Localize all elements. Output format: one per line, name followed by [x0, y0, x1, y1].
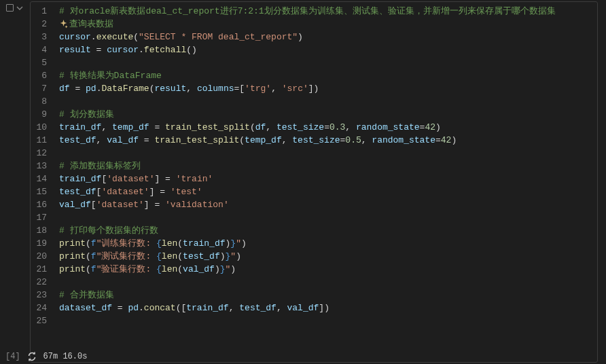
- line-number: 22: [31, 276, 47, 289]
- line-number: 14: [31, 172, 47, 185]
- code-line[interactable]: result = cursor.fetchall(): [59, 43, 597, 56]
- stop-cell-icon[interactable]: [6, 4, 14, 12]
- cell-status-bar: [4] 67m 16.0s: [0, 349, 606, 364]
- line-number: 9: [31, 108, 47, 121]
- execution-time: 67m 16.0s: [43, 352, 88, 361]
- line-number: 12: [31, 147, 47, 160]
- code-line[interactable]: [59, 211, 597, 224]
- line-number: 2: [31, 18, 47, 31]
- code-line[interactable]: # 合并数据集: [59, 289, 597, 302]
- code-line[interactable]: cursor.execute("SELECT * FROM deal_ct_re…: [59, 31, 597, 43]
- cell-gutter: [0, 0, 29, 364]
- code-line[interactable]: [59, 314, 597, 327]
- code-line[interactable]: 查询表数据: [59, 18, 597, 31]
- code-line[interactable]: # 打印每个数据集的行数: [59, 224, 597, 237]
- line-number: 10: [31, 121, 47, 134]
- line-number: 18: [31, 224, 47, 237]
- code-content[interactable]: # 对oracle新表数据deal_ct_report进行7:2:1划分数据集为…: [56, 5, 597, 327]
- code-line[interactable]: dataset_df = pd.concat([train_df, test_d…: [59, 302, 597, 314]
- code-line[interactable]: [59, 95, 597, 108]
- line-number: 16: [31, 198, 47, 211]
- line-number: 1: [31, 5, 47, 18]
- active-indicator: [245, 1, 291, 2]
- sync-icon[interactable]: [27, 352, 37, 361]
- code-line[interactable]: print(f"训练集行数: {len(train_df)}"): [59, 237, 597, 250]
- line-number: 7: [31, 82, 47, 95]
- line-number: 13: [31, 160, 47, 172]
- copilot-sparkle-icon[interactable]: [59, 19, 69, 29]
- code-line[interactable]: train_df['dataset'] = 'train': [59, 172, 597, 185]
- code-line[interactable]: print(f"验证集行数: {len(val_df)}"): [59, 263, 597, 276]
- code-editor[interactable]: 1234567891011121314151617181920212223242…: [30, 1, 598, 363]
- line-number: 17: [31, 211, 47, 224]
- notebook-cell: 1234567891011121314151617181920212223242…: [0, 0, 606, 364]
- code-line[interactable]: df = pd.DataFrame(result, columns=['trg'…: [59, 82, 597, 95]
- line-number: 23: [31, 289, 47, 302]
- line-number: 8: [31, 95, 47, 108]
- code-line[interactable]: # 添加数据集标签列: [59, 160, 597, 172]
- line-number: 11: [31, 134, 47, 147]
- line-number: 4: [31, 43, 47, 56]
- line-number: 25: [31, 314, 47, 327]
- code-line[interactable]: test_df['dataset'] = 'test': [59, 185, 597, 198]
- code-line[interactable]: [59, 147, 597, 160]
- code-line[interactable]: train_df, temp_df = train_test_split(df,…: [59, 121, 597, 134]
- line-number: 3: [31, 31, 47, 43]
- line-number: 20: [31, 250, 47, 263]
- chevron-down-icon[interactable]: [16, 5, 23, 12]
- execution-count: [4]: [5, 352, 20, 361]
- code-line[interactable]: test_df, val_df = train_test_split(temp_…: [59, 134, 597, 147]
- line-number: 21: [31, 263, 47, 276]
- line-number: 19: [31, 237, 47, 250]
- line-number: 15: [31, 185, 47, 198]
- line-number: 5: [31, 56, 47, 69]
- code-line[interactable]: print(f"测试集行数: {len(test_df)}"): [59, 250, 597, 263]
- code-line[interactable]: # 转换结果为DataFrame: [59, 69, 597, 82]
- line-numbers: 1234567891011121314151617181920212223242…: [31, 5, 56, 327]
- code-line[interactable]: val_df['dataset'] = 'validation': [59, 198, 597, 211]
- code-line[interactable]: # 划分数据集: [59, 108, 597, 121]
- code-line[interactable]: [59, 56, 597, 69]
- line-number: 24: [31, 302, 47, 314]
- code-line[interactable]: # 对oracle新表数据deal_ct_report进行7:2:1划分数据集为…: [59, 5, 597, 18]
- code-line[interactable]: [59, 276, 597, 289]
- line-number: 6: [31, 69, 47, 82]
